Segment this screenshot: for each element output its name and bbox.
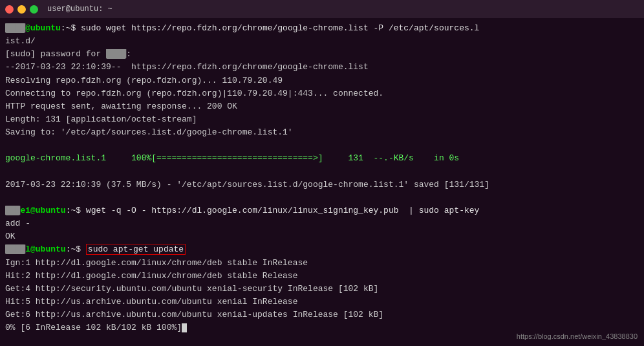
terminal-line-20: Hit:2 http://dl.google.com/linux/chrome/… [5,270,639,283]
terminal-line-2: ist.d/ [5,35,639,48]
terminal-line-15: ███ei@ubuntu:~$ wget -q -O - https://dl.… [5,204,639,217]
terminal-line-11: google-chrome.list.1 100%[==============… [5,152,639,165]
terminal-line-18: ████l@ubuntu:~$ sudo apt-get update [5,243,639,256]
terminal-line-13: 2017-03-23 22:10:39 (37.5 MB/s) - '/etc/… [5,178,639,191]
terminal-line-17: OK [5,230,639,243]
terminal-line-21: Get:4 http://security.ubuntu.com/ubuntu … [5,283,639,296]
terminal-line-7: HTTP request sent, awaiting response... … [5,100,639,113]
terminal-line-8: Length: 131 [application/octet-stream] [5,113,639,126]
terminal-cursor [182,323,187,332]
highlighted-command: sudo apt-get update [86,244,186,255]
terminal-window: user@ubuntu: ~ ████@ubuntu:~$ sudo wget … [0,0,644,346]
watermark: https://blog.csdn.net/weixin_43838830 [517,331,638,342]
window-title: user@ubuntu: ~ [47,5,113,14]
terminal-line-22: Hit:5 http://us.archive.ubuntu.com/ubunt… [5,296,639,308]
terminal-line-4: --2017-03-23 22:10:39-- https://repo.fdz… [5,61,639,74]
terminal-line-19: Ign:1 http://dl.google.com/linux/chrome/… [5,257,639,270]
terminal-line-1: ████@ubuntu:~$ sudo wget https://repo.fd… [5,22,639,35]
terminal-line-12 [5,166,639,178]
terminal-body[interactable]: ████@ubuntu:~$ sudo wget https://repo.fd… [0,18,644,346]
titlebar: user@ubuntu: ~ [0,0,644,18]
terminal-line-9: Saving to: '/etc/apt/sources.list.d/goog… [5,126,639,139]
terminal-line-10 [5,139,639,152]
prompt-user-1: ████@ubuntu [5,23,61,33]
terminal-line-23: Get:6 http://us.archive.ubuntu.com/ubunt… [5,308,639,321]
maximize-button[interactable] [30,5,38,14]
terminal-line-3: [sudo] password for ████: [5,48,639,61]
terminal-line-6: Connecting to repo.fdzh.org (repo.fdzh.o… [5,87,639,100]
minimize-button[interactable] [17,5,26,14]
close-button[interactable] [5,5,14,14]
terminal-line-14 [5,191,639,204]
terminal-line-5: Resolving repo.fdzh.org (repo.fdzh.org).… [5,74,639,87]
terminal-line-16: add - [5,217,639,230]
